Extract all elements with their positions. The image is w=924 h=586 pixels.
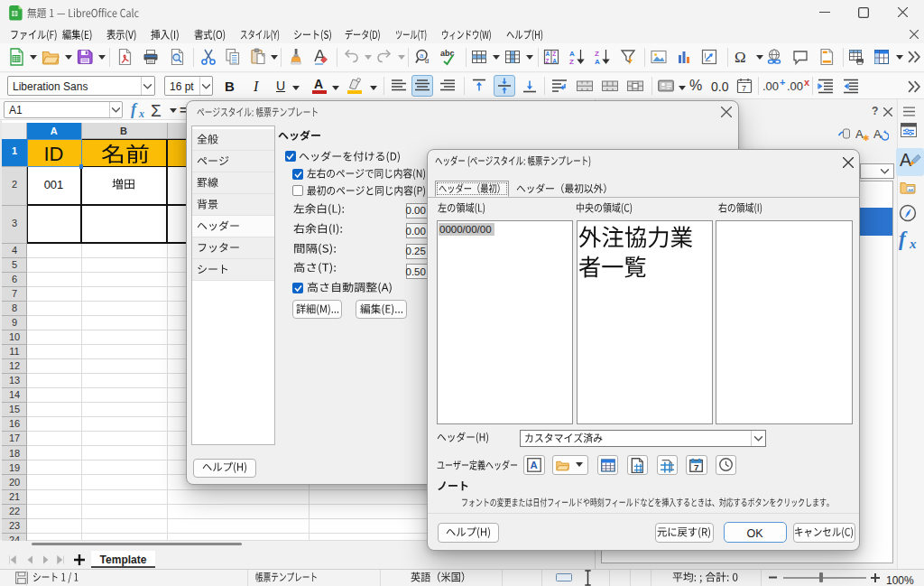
svg-text:d: d: [425, 57, 429, 65]
svg-text:a: a: [420, 51, 424, 60]
svg-text:Z: Z: [546, 58, 550, 64]
svg-text:Z: Z: [595, 50, 599, 58]
svg-text:A: A: [531, 460, 538, 470]
svg-text:Z: Z: [552, 51, 556, 57]
svg-text:7: 7: [742, 84, 746, 93]
svg-text:A: A: [595, 58, 600, 66]
svg-text:7: 7: [694, 461, 699, 471]
svg-text:Z: Z: [569, 58, 574, 66]
svg-text:Ω: Ω: [735, 49, 746, 66]
svg-text:✱: ✱: [863, 134, 870, 142]
svg-text:A: A: [552, 58, 557, 64]
svg-text:A: A: [900, 150, 912, 169]
svg-text:A: A: [569, 50, 575, 58]
svg-text:A: A: [546, 51, 550, 57]
svg-text:A: A: [873, 127, 882, 141]
